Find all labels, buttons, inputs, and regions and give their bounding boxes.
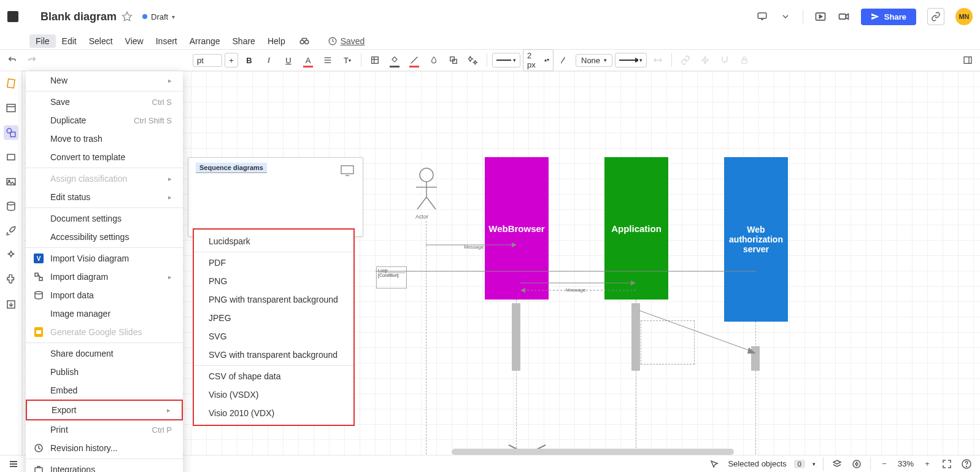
menu-export[interactable]: Export▸ — [26, 400, 183, 420]
text-style-button[interactable]: T▾ — [339, 52, 356, 69]
shape-style-button[interactable] — [445, 52, 462, 69]
bold-button[interactable]: B — [241, 52, 258, 69]
user-avatar[interactable]: MN — [955, 8, 973, 25]
undo-button[interactable] — [4, 52, 21, 69]
export-svg[interactable]: SVG — [194, 327, 353, 346]
export-png-transparent[interactable]: PNG with transparent background — [194, 290, 353, 309]
help-button[interactable] — [960, 458, 973, 470]
export-csv[interactable]: CSV of shape data — [194, 367, 353, 385]
document-title[interactable]: Blank diagram — [41, 10, 117, 23]
menu-duplicate[interactable]: DuplicateCtrl Shift S — [26, 111, 183, 130]
outline-icon[interactable] — [7, 458, 20, 470]
border-color-button[interactable] — [406, 52, 423, 69]
export-pdf[interactable]: PDF — [194, 253, 353, 272]
dashed-fragment[interactable] — [641, 320, 695, 365]
share-button[interactable]: Share — [861, 9, 916, 25]
menu-doc-settings[interactable]: Document settings — [26, 209, 183, 228]
line-width-input[interactable]: 2 px▴▾ — [523, 49, 554, 71]
lock-button[interactable] — [736, 52, 753, 69]
line-start-select[interactable]: None▾ — [576, 54, 612, 67]
rail-shapes[interactable] — [4, 125, 18, 140]
menu-import-diagram[interactable]: Import diagram▸ — [26, 268, 183, 286]
rail-image[interactable] — [4, 174, 18, 189]
video-icon[interactable] — [838, 10, 850, 23]
export-vsdx[interactable]: Visio (VSDX) — [194, 385, 353, 404]
search-icon[interactable] — [299, 36, 310, 47]
pen-icon[interactable] — [851, 458, 863, 470]
menu-insert[interactable]: Insert — [150, 34, 183, 48]
rail-ai[interactable] — [4, 248, 18, 263]
underline-button[interactable]: U — [280, 52, 297, 69]
swap-ends-button[interactable] — [649, 52, 666, 69]
menu-file[interactable]: File — [29, 34, 56, 48]
rail-import[interactable] — [4, 297, 18, 312]
menu-select[interactable]: Select — [83, 34, 119, 48]
line-style-select[interactable]: ▾ — [492, 53, 520, 68]
zoom-level[interactable]: 33% — [898, 459, 914, 468]
menu-import-visio[interactable]: V Import Visio diagram — [26, 249, 183, 268]
export-lucidspark[interactable]: Lucidspark — [194, 232, 353, 250]
actor-shape[interactable] — [399, 166, 454, 215]
line-path-button[interactable] — [556, 52, 573, 69]
menu-view[interactable]: View — [119, 34, 150, 48]
activation-application[interactable] — [631, 303, 640, 371]
menu-publish[interactable]: Publish — [26, 363, 183, 381]
menu-embed[interactable]: Embed — [26, 381, 183, 400]
app-logo[interactable] — [7, 11, 18, 22]
link-button[interactable] — [677, 52, 694, 69]
line-end-select[interactable]: ▾ — [615, 53, 647, 68]
export-vdx[interactable]: Visio 2010 (VDX) — [194, 404, 353, 422]
cursor-icon[interactable] — [708, 458, 720, 470]
menu-arrange[interactable]: Arrange — [183, 34, 226, 48]
menu-print[interactable]: PrintCtrl P — [26, 420, 183, 439]
rail-container[interactable] — [4, 101, 18, 115]
zoom-out-button[interactable]: − — [878, 458, 890, 470]
font-size-increase[interactable]: + — [225, 53, 238, 68]
panel-toggle-button[interactable] — [959, 52, 976, 69]
menu-share-doc[interactable]: Share document — [26, 344, 183, 363]
menu-save[interactable]: SaveCtrl S — [26, 93, 183, 111]
comment-icon[interactable] — [756, 10, 768, 23]
fill-button[interactable] — [366, 52, 384, 69]
action-button[interactable] — [696, 52, 714, 69]
draft-status[interactable]: Draft ▾ — [142, 12, 175, 21]
export-svg-transparent[interactable]: SVG with transparent background — [194, 346, 353, 364]
menu-image-manager[interactable]: Image manager — [26, 304, 183, 323]
export-png[interactable]: PNG — [194, 272, 353, 290]
export-jpeg[interactable]: JPEG — [194, 309, 353, 327]
layers-stack-icon[interactable] — [831, 458, 843, 470]
star-icon[interactable] — [122, 11, 133, 22]
menu-integrations[interactable]: Integrations — [26, 460, 183, 472]
zoom-in-button[interactable]: + — [921, 458, 933, 470]
play-icon[interactable] — [814, 10, 827, 23]
fullscreen-button[interactable] — [941, 458, 953, 470]
activation-webbrowser[interactable] — [512, 303, 520, 371]
font-size-input[interactable]: pt — [193, 54, 222, 67]
copy-link-button[interactable] — [927, 8, 944, 25]
menu-import-data[interactable]: Import data — [26, 286, 183, 304]
menu-convert[interactable]: Convert to template — [26, 148, 183, 166]
align-button[interactable] — [319, 52, 336, 69]
horizontal-scrollbar[interactable] — [452, 449, 734, 455]
menu-a11y[interactable]: Accessibility settings — [26, 228, 183, 246]
rail-plugin[interactable] — [4, 273, 18, 287]
magnet-button[interactable] — [716, 52, 733, 69]
chevron-down-icon[interactable] — [779, 10, 792, 23]
menu-edit[interactable]: Edit — [56, 34, 83, 48]
rail-data[interactable] — [4, 199, 18, 214]
rail-cursor[interactable] — [4, 76, 18, 91]
magic-button[interactable] — [465, 52, 482, 69]
menu-new[interactable]: New▸ — [26, 71, 183, 90]
menu-trash[interactable]: Move to trash — [26, 130, 183, 148]
menu-help[interactable]: Help — [261, 34, 291, 48]
selected-objects-label[interactable]: Selected objects — [728, 459, 786, 468]
opacity-button[interactable] — [425, 52, 442, 69]
template-card[interactable]: Sequence diagrams — [188, 157, 363, 237]
saved-indicator[interactable]: Saved — [328, 36, 365, 46]
italic-button[interactable]: I — [260, 52, 277, 69]
menu-revision[interactable]: Revision history... — [26, 439, 183, 457]
fill-color-button[interactable] — [386, 52, 403, 69]
menu-share[interactable]: Share — [226, 34, 261, 48]
rail-rocket[interactable] — [4, 223, 18, 238]
text-color-button[interactable]: A — [299, 52, 317, 69]
